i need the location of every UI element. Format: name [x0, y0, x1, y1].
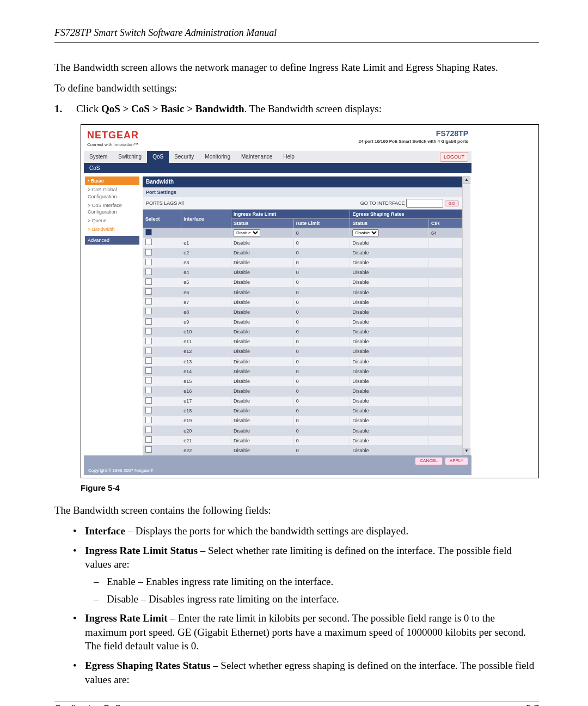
row-egress-cir	[428, 267, 462, 277]
row-interface: e14	[181, 367, 231, 376]
go-to-interface-input[interactable]	[406, 199, 443, 208]
row-checkbox[interactable]	[145, 436, 152, 443]
row-checkbox[interactable]	[145, 249, 152, 255]
row-egress-status: Disable	[350, 337, 428, 346]
tab-maintenance[interactable]: Maintenance	[236, 151, 278, 163]
scroll-up-icon[interactable]: ▲	[463, 176, 470, 184]
row-checkbox[interactable]	[145, 298, 152, 305]
row-checkbox[interactable]	[145, 377, 152, 384]
row-checkbox[interactable]	[145, 308, 152, 314]
bandwidth-screenshot: NETGEAR Connect with Innovation™ FS728TP…	[82, 125, 474, 475]
row-checkbox[interactable]	[145, 407, 152, 413]
row-checkbox[interactable]	[145, 338, 152, 344]
sidebar-item-cos-interface[interactable]: > CoS Interface Configuration	[85, 201, 139, 216]
row-ingress-status: Disable	[231, 426, 294, 436]
figure-5-4: NETGEAR Connect with Innovation™ FS728TP…	[81, 124, 539, 478]
row-checkbox[interactable]	[145, 446, 152, 453]
row-ingress-status: Disable	[231, 288, 294, 297]
row-checkbox[interactable]	[145, 288, 152, 295]
row-interface: e7	[181, 297, 231, 307]
row-ingress-status: Disable	[231, 396, 294, 406]
row-egress-cir	[428, 416, 462, 425]
row-checkbox[interactable]	[145, 348, 152, 354]
row-egress-status: Disable	[350, 327, 428, 337]
row-checkbox[interactable]	[145, 427, 152, 433]
tab-security[interactable]: Security	[169, 151, 199, 163]
sidebar-item-queue[interactable]: > Queue	[85, 216, 139, 225]
logout-button[interactable]: LOGOUT	[440, 152, 468, 162]
ingress-rate-all[interactable]: 0	[293, 228, 350, 238]
row-ingress-status: Disable	[231, 346, 294, 356]
row-ingress-status: Disable	[231, 297, 294, 307]
row-ingress-rate: 0	[293, 346, 350, 356]
egress-cir-all[interactable]: 64	[428, 228, 462, 238]
scrollbar[interactable]: ▲ ▼	[462, 176, 470, 455]
sidebar-advanced[interactable]: Advanced	[85, 236, 139, 245]
row-ingress-status: Disable	[231, 436, 294, 446]
sidebar-item-bandwidth[interactable]: > Bandwidth	[85, 225, 139, 234]
row-egress-cir	[428, 307, 462, 317]
intro-p1: The Bandwidth screen allows the network …	[54, 60, 539, 75]
row-checkbox[interactable]	[145, 387, 152, 393]
row-checkbox[interactable]	[145, 417, 152, 423]
row-ingress-rate: 0	[293, 396, 350, 406]
row-interface: e17	[181, 396, 231, 406]
row-egress-cir	[428, 277, 462, 287]
row-checkbox[interactable]	[145, 318, 152, 325]
row-ingress-status: Disable	[231, 277, 294, 287]
intro-p2: To define bandwidth settings:	[54, 81, 539, 95]
row-egress-cir	[428, 446, 462, 455]
th-ingress-rate: Rate Limit	[293, 219, 350, 228]
row-interface: e1	[181, 238, 231, 248]
cancel-button[interactable]: CANCEL	[415, 457, 442, 465]
tab-help[interactable]: Help	[278, 151, 300, 163]
row-interface: e9	[181, 317, 231, 327]
row-egress-cir	[428, 258, 462, 267]
row-interface: e2	[181, 248, 231, 258]
go-button[interactable]: GO	[445, 200, 459, 206]
row-egress-status: Disable	[350, 238, 428, 248]
row-checkbox[interactable]	[145, 367, 152, 374]
row-checkbox[interactable]	[145, 269, 152, 275]
select-all-checkbox[interactable]	[145, 229, 152, 235]
sidebar-item-cos-global[interactable]: > CoS Global Configuration	[85, 185, 139, 200]
row-ingress-status: Disable	[231, 248, 294, 258]
sidebar-group-basic[interactable]: • Basic	[85, 176, 139, 185]
table-row: e10Disable0Disable	[143, 327, 462, 337]
row-egress-status: Disable	[350, 346, 428, 356]
row-ingress-rate: 0	[293, 297, 350, 307]
row-checkbox[interactable]	[145, 328, 152, 334]
table-row: e16Disable0Disable	[143, 386, 462, 396]
field-interface-text: – Displays the ports for which the bandw…	[125, 525, 408, 537]
model-subtitle: 24-port 10/100 PoE Smart Switch with 4 G…	[359, 139, 468, 145]
row-egress-cir	[428, 396, 462, 406]
th-ingress-status: Status	[231, 219, 294, 228]
tab-system[interactable]: System	[84, 151, 113, 163]
field-egress-status-label: Egress Shaping Rates Status	[85, 660, 210, 671]
tab-monitoring[interactable]: Monitoring	[199, 151, 236, 163]
row-egress-status: Disable	[350, 267, 428, 277]
ingress-status-all[interactable]: Disable	[234, 229, 260, 236]
subtab-cos[interactable]: CoS	[84, 163, 471, 174]
row-checkbox[interactable]	[145, 259, 152, 265]
tab-qos[interactable]: QoS	[147, 151, 169, 163]
apply-button[interactable]: APPLY	[445, 457, 468, 465]
egress-status-all[interactable]: Disable	[352, 229, 379, 236]
ports-lags-all[interactable]: PORTS LAGS All	[146, 200, 183, 206]
row-checkbox[interactable]	[145, 397, 152, 404]
table-row: e6Disable0Disable	[143, 288, 462, 297]
row-checkbox[interactable]	[145, 239, 152, 245]
tab-switching[interactable]: Switching	[113, 151, 147, 163]
row-ingress-status: Disable	[231, 307, 294, 317]
row-interface: e13	[181, 357, 231, 367]
row-ingress-status: Disable	[231, 416, 294, 425]
panel-title: Bandwidth	[143, 176, 462, 187]
row-ingress-status: Disable	[231, 367, 294, 376]
row-interface: e12	[181, 346, 231, 356]
brand-logo: NETGEAR	[87, 129, 139, 142]
row-ingress-status: Disable	[231, 376, 294, 386]
row-checkbox[interactable]	[145, 357, 152, 364]
row-interface: e4	[181, 267, 231, 277]
row-checkbox[interactable]	[145, 278, 152, 285]
scroll-down-icon[interactable]: ▼	[463, 448, 470, 455]
